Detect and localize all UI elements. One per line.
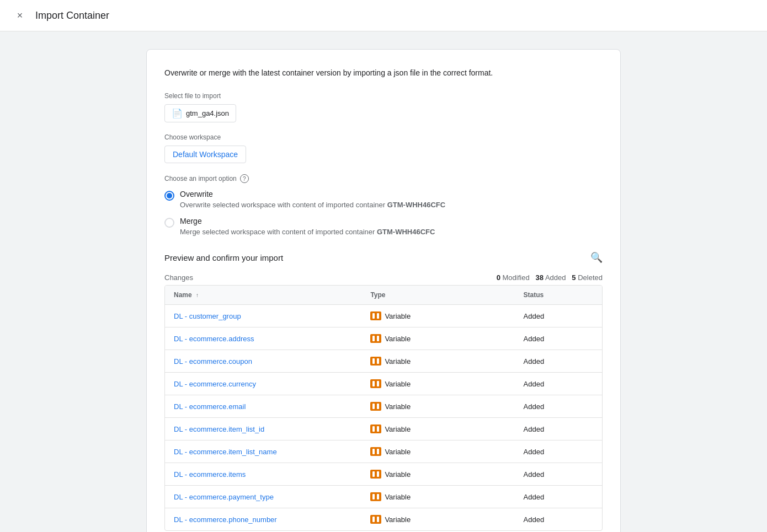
table-header-row: Name ↑ Type Status xyxy=(165,286,602,305)
changes-bar: Changes 0 Modified 38 Added 5 Deleted xyxy=(164,270,603,285)
changes-label: Changes xyxy=(164,273,193,282)
row-name-link[interactable]: DL - ecommerce.currency xyxy=(174,380,256,388)
description-text: Overwrite or merge with the latest conta… xyxy=(164,67,603,79)
type-label: Variable xyxy=(385,493,411,501)
main-content: Overwrite or merge with the latest conta… xyxy=(0,31,767,532)
svg-rect-23 xyxy=(377,471,379,477)
file-section: Select file to import 📄 gtm_ga4.json xyxy=(164,92,603,133)
row-name-link[interactable]: DL - ecommerce.payment_type xyxy=(174,493,274,501)
row-type-cell: Variable xyxy=(361,440,514,463)
row-name-cell: DL - ecommerce.coupon xyxy=(165,350,361,373)
svg-rect-18 xyxy=(370,447,381,456)
changes-stats: 0 Modified 38 Added 5 Deleted xyxy=(497,273,603,282)
col-name[interactable]: Name ↑ xyxy=(165,286,361,305)
svg-rect-15 xyxy=(370,424,381,433)
preview-section: Preview and confirm your import 🔍 Change… xyxy=(164,251,603,531)
svg-rect-22 xyxy=(372,471,375,477)
dialog-title: Import Container xyxy=(35,10,109,22)
variable-icon xyxy=(370,311,381,320)
type-cell: Variable xyxy=(370,402,505,411)
svg-rect-27 xyxy=(370,515,381,524)
type-cell: Variable xyxy=(370,492,505,501)
deleted-num: 5 xyxy=(572,273,576,282)
table-row: DL - ecommerce.item_list_id VariableAdde… xyxy=(165,418,602,440)
merge-option[interactable]: Merge Merge selected workspace with cont… xyxy=(164,217,603,236)
svg-rect-25 xyxy=(372,494,375,499)
svg-rect-16 xyxy=(372,426,375,432)
svg-rect-17 xyxy=(377,426,379,432)
svg-rect-0 xyxy=(370,311,381,320)
svg-rect-21 xyxy=(370,470,381,479)
merge-desc: Merge selected workspace with content of… xyxy=(180,228,435,236)
variable-icon xyxy=(370,447,381,456)
col-status: Status xyxy=(515,286,602,305)
row-status-cell: Added xyxy=(515,350,602,373)
type-cell: Variable xyxy=(370,379,505,388)
type-label: Variable xyxy=(385,470,411,479)
row-name-link[interactable]: DL - ecommerce.phone_number xyxy=(174,515,277,524)
svg-rect-26 xyxy=(377,494,379,499)
import-option-label: Choose an import option xyxy=(164,175,237,182)
row-name-link[interactable]: DL - ecommerce.address xyxy=(174,335,254,343)
modified-num: 0 xyxy=(497,273,500,282)
type-label: Variable xyxy=(385,380,411,388)
file-icon: 📄 xyxy=(172,108,183,119)
row-status-cell: Added xyxy=(515,373,602,395)
close-icon[interactable]: × xyxy=(13,9,26,22)
search-icon[interactable]: 🔍 xyxy=(590,251,603,264)
row-status-cell: Added xyxy=(515,327,602,350)
svg-rect-8 xyxy=(377,358,379,364)
preview-header: Preview and confirm your import 🔍 xyxy=(164,251,603,264)
row-type-cell: Variable xyxy=(361,373,514,395)
type-cell: Variable xyxy=(370,311,505,320)
row-name-link[interactable]: DL - ecommerce.item_list_name xyxy=(174,448,277,456)
row-status-cell: Added xyxy=(515,508,602,531)
preview-title: Preview and confirm your import xyxy=(164,253,283,262)
svg-rect-2 xyxy=(377,313,379,319)
overwrite-content: Overwrite Overwrite selected workspace w… xyxy=(180,190,445,209)
svg-rect-7 xyxy=(372,358,375,364)
changes-table: Name ↑ Type Status DL - customer_group V… xyxy=(165,286,602,530)
row-name-link[interactable]: DL - ecommerce.coupon xyxy=(174,357,252,366)
row-name-link[interactable]: DL - ecommerce.item_list_id xyxy=(174,425,264,433)
row-name-link[interactable]: DL - customer_group xyxy=(174,312,241,320)
svg-rect-3 xyxy=(370,334,381,343)
workspace-section-label: Choose workspace xyxy=(164,133,603,141)
variable-icon xyxy=(370,424,381,433)
variable-icon xyxy=(370,515,381,524)
type-label: Variable xyxy=(385,425,411,433)
svg-rect-1 xyxy=(372,313,375,319)
row-status-cell: Added xyxy=(515,440,602,463)
overwrite-option[interactable]: Overwrite Overwrite selected workspace w… xyxy=(164,190,603,209)
help-icon[interactable]: ? xyxy=(240,174,249,183)
row-status-cell: Added xyxy=(515,305,602,327)
variable-icon xyxy=(370,470,381,479)
overwrite-radio[interactable] xyxy=(164,191,174,201)
row-type-cell: Variable xyxy=(361,327,514,350)
variable-icon xyxy=(370,402,381,411)
row-type-cell: Variable xyxy=(361,395,514,418)
row-type-cell: Variable xyxy=(361,508,514,531)
changes-table-wrapper: Name ↑ Type Status DL - customer_group V… xyxy=(164,285,603,531)
svg-rect-4 xyxy=(372,336,375,341)
row-name-cell: DL - ecommerce.currency xyxy=(165,373,361,395)
svg-rect-13 xyxy=(372,404,375,409)
row-type-cell: Variable xyxy=(361,486,514,508)
type-cell: Variable xyxy=(370,334,505,343)
type-cell: Variable xyxy=(370,357,505,366)
type-cell: Variable xyxy=(370,470,505,479)
merge-radio[interactable] xyxy=(164,218,174,228)
row-type-cell: Variable xyxy=(361,418,514,440)
svg-rect-6 xyxy=(370,357,381,366)
row-status-cell: Added xyxy=(515,486,602,508)
file-select-button[interactable]: 📄 gtm_ga4.json xyxy=(164,104,236,122)
row-name-cell: DL - customer_group xyxy=(165,305,361,327)
table-row: DL - ecommerce.coupon VariableAdded xyxy=(165,350,602,373)
row-name-link[interactable]: DL - ecommerce.items xyxy=(174,470,246,479)
table-row: DL - ecommerce.email VariableAdded xyxy=(165,395,602,418)
svg-rect-12 xyxy=(370,402,381,411)
table-row: DL - customer_group VariableAdded xyxy=(165,305,602,327)
workspace-button[interactable]: Default Workspace xyxy=(164,146,246,163)
col-type: Type xyxy=(361,286,514,305)
row-name-link[interactable]: DL - ecommerce.email xyxy=(174,402,246,411)
